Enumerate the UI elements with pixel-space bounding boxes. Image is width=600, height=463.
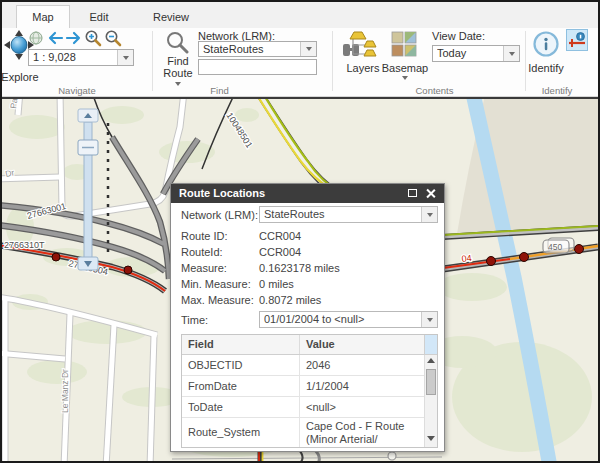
- identify-button[interactable]: [532, 30, 560, 58]
- dialog-network-label: Network (LRM):: [181, 209, 258, 221]
- maximize-icon[interactable]: [408, 189, 417, 197]
- triangle-down-icon: [427, 436, 435, 441]
- network-lrm-dropdown-arrow[interactable]: [300, 42, 316, 56]
- measure-label: Measure:: [181, 262, 227, 274]
- ribbon-tab-bar: Map Edit Review: [2, 2, 598, 29]
- field-cell: OBJECTID: [182, 355, 299, 375]
- max-measure-value: 0.8072 miles: [259, 294, 321, 306]
- group-label-identify: Identify: [522, 85, 592, 96]
- tab-map-label: Map: [32, 11, 53, 23]
- route-point-marker[interactable]: [124, 266, 132, 274]
- tab-review[interactable]: Review: [142, 6, 200, 28]
- route-id-value: CCR004: [259, 230, 301, 242]
- route-point-marker[interactable]: [52, 253, 60, 261]
- chevron-down-icon: [509, 52, 515, 56]
- min-measure-label: Min. Measure:: [181, 278, 251, 290]
- time-label: Time:: [181, 314, 208, 326]
- globe-icon: [29, 31, 43, 45]
- attribute-table: Field Value OBJECTID 2046 FromDate 1/1/2…: [181, 334, 438, 448]
- map-scale-dropdown-arrow[interactable]: [117, 50, 133, 65]
- close-icon[interactable]: [425, 188, 436, 199]
- identify-route-location-icon: [567, 30, 587, 50]
- explore-button-label: Explore: [0, 71, 43, 83]
- basemap-button[interactable]: [391, 31, 419, 59]
- view-date-combobox[interactable]: Today: [432, 45, 520, 62]
- route-shield: 450: [543, 238, 574, 253]
- dialog-network-dropdown-arrow[interactable]: [421, 207, 437, 222]
- group-label-navigate: Navigate: [2, 85, 152, 96]
- layers-button[interactable]: [346, 31, 380, 59]
- route-point-marker[interactable]: [487, 257, 496, 266]
- table-row[interactable]: OBJECTID 2046: [182, 355, 424, 376]
- chevron-down-icon: [427, 318, 433, 322]
- scroll-down-button[interactable]: [427, 436, 435, 444]
- basemap-icon: [391, 31, 417, 57]
- basemap-button-label: Basemap: [380, 62, 430, 74]
- tab-review-label: Review: [153, 11, 189, 23]
- network-lrm-combobox[interactable]: StateRoutes: [198, 41, 317, 57]
- street-label-pa: Pa: [8, 97, 19, 109]
- group-label-find: Find: [152, 85, 287, 96]
- zoom-in-icon: [84, 29, 102, 47]
- tab-map[interactable]: Map: [16, 5, 70, 28]
- map-scale-combobox[interactable]: 1 : 9,028: [28, 49, 134, 66]
- app-window: Map Edit Review Explore: [0, 0, 600, 463]
- map-view[interactable]: 450 04 10048501 27663001 2766310T 277265…: [2, 97, 598, 461]
- dialog-title-bar[interactable]: Route Locations: [171, 184, 444, 203]
- table-scrollbar[interactable]: [424, 355, 437, 447]
- dialog-title: Route Locations: [179, 187, 265, 199]
- map-top-border: [2, 97, 598, 99]
- network-lrm-value: StateRoutes: [203, 42, 300, 57]
- street-label-le-manz: Le Manz Dr: [60, 369, 70, 413]
- arrow-right-icon: [65, 31, 83, 45]
- identify-icon: [532, 30, 560, 58]
- group-divider: [525, 31, 526, 91]
- dialog-network-combobox[interactable]: StateRoutes: [259, 206, 438, 223]
- view-date-dropdown-arrow[interactable]: [503, 46, 519, 61]
- measure-value: 0.1623178 miles: [259, 262, 340, 274]
- route-id-input[interactable]: [198, 59, 317, 75]
- route-point-marker[interactable]: [520, 253, 529, 262]
- fixed-zoom-in-button[interactable]: [84, 29, 102, 51]
- identify-route-locations-tool-button[interactable]: [566, 29, 588, 51]
- route-label-horizontal: 2766310T: [4, 240, 45, 250]
- time-dropdown-arrow[interactable]: [421, 312, 437, 327]
- route-label-fragment: 04: [461, 253, 472, 264]
- table-row[interactable]: Route_System Cape Cod - F Route (Minor A…: [182, 418, 424, 447]
- next-extent-button[interactable]: [65, 31, 83, 49]
- table-header-corner: [424, 335, 437, 354]
- fixed-zoom-out-button[interactable]: [104, 29, 122, 51]
- find-route-icon: [165, 30, 191, 54]
- table-row[interactable]: ToDate <null>: [182, 397, 424, 418]
- zoom-out-icon: [104, 29, 122, 47]
- tab-edit[interactable]: Edit: [74, 6, 124, 28]
- map-scale-value: 1 : 9,028: [33, 50, 117, 65]
- route-locations-dialog: Route Locations Network (LRM): StateRout…: [170, 183, 445, 452]
- chevron-down-icon: [402, 76, 408, 80]
- value-cell: 2046: [299, 355, 424, 375]
- route-shield-label: 450: [548, 242, 562, 252]
- triangle-up-icon: [427, 358, 435, 363]
- chevron-down-icon: [123, 56, 129, 60]
- view-date-label: View Date:: [432, 30, 485, 42]
- arrow-left-icon: [46, 31, 64, 45]
- time-combobox[interactable]: 01/01/2004 to <null>: [259, 311, 438, 328]
- scrollbar-thumb[interactable]: [426, 369, 436, 395]
- chevron-down-icon: [427, 213, 433, 217]
- scroll-up-button[interactable]: [427, 358, 435, 366]
- column-header-field[interactable]: Field: [182, 335, 299, 354]
- column-header-value[interactable]: Value: [299, 335, 425, 354]
- table-row[interactable]: FromDate 1/1/2004: [182, 376, 424, 397]
- full-extent-button[interactable]: [29, 31, 43, 49]
- routeid-value: CCR004: [259, 246, 301, 258]
- find-route-button[interactable]: Find Route: [162, 30, 194, 86]
- route-point-marker[interactable]: [575, 245, 584, 254]
- attribute-table-header: Field Value: [182, 335, 437, 355]
- tab-edit-label: Edit: [90, 11, 109, 23]
- routeid-label: RouteId:: [181, 246, 223, 258]
- previous-extent-button[interactable]: [46, 31, 64, 49]
- chevron-down-icon: [306, 47, 312, 51]
- group-divider: [332, 31, 333, 91]
- route-id-label: Route ID:: [181, 230, 227, 242]
- layers-icon: [346, 31, 378, 59]
